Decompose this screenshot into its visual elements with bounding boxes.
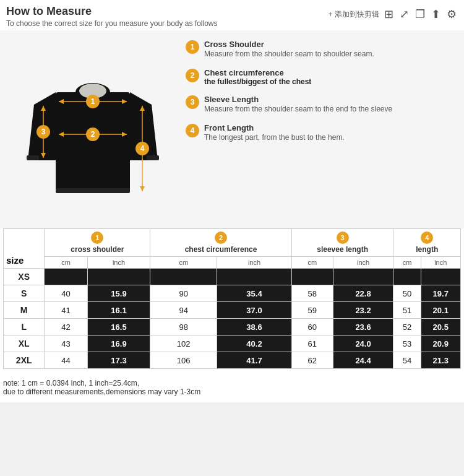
size-label-2XL: 2XL	[4, 352, 45, 369]
svg-text:4: 4	[140, 144, 145, 153]
cell-L-0: 42	[45, 319, 87, 335]
cell-XL-0: 43	[45, 335, 87, 352]
subhead-inch-3: inch	[333, 257, 393, 269]
table-row: XL4316.910240.26124.05320.9	[4, 335, 461, 352]
svg-text:2: 2	[91, 130, 95, 139]
cell-S-1: 15.9	[87, 285, 150, 302]
subhead-inch-4: inch	[421, 257, 461, 269]
subhead-cm-1: cm	[45, 257, 87, 269]
cell-M-0: 41	[45, 302, 87, 319]
cell-XS-0	[45, 269, 87, 285]
badge-3: 3	[337, 232, 349, 244]
instr-title-1: Cross Shoulder	[204, 40, 374, 49]
cell-M-4: 59	[291, 302, 333, 319]
cell-L-4: 60	[291, 319, 333, 335]
instr-bold-2: the fullest/biggest of the chest	[204, 77, 311, 86]
cell-M-7: 20.1	[421, 302, 461, 319]
cell-XS-4	[291, 269, 333, 285]
instr-title-2: Chest circumference	[204, 68, 311, 77]
cell-L-3: 38.6	[217, 319, 292, 335]
svg-text:3: 3	[41, 128, 46, 136]
col-header-length: 4 length	[393, 229, 461, 257]
size-label-M: M	[4, 302, 45, 319]
cell-L-5: 23.6	[333, 319, 393, 335]
table-row: L4216.59838.66023.65220.5	[4, 319, 461, 335]
instr-desc-1: Measure from the shoulder seam to should…	[204, 49, 374, 59]
cell-2XL-2: 106	[150, 352, 217, 369]
cell-XS-2	[150, 269, 217, 285]
col-label-4: length	[416, 245, 438, 254]
subhead-cm-3: cm	[291, 257, 333, 269]
instruction-item-1: 1 Cross Shoulder Measure from the should…	[186, 40, 458, 59]
table-row: XS	[4, 269, 461, 285]
cell-S-5: 22.8	[333, 285, 393, 302]
cell-S-6: 50	[393, 285, 421, 302]
cell-XL-3: 40.2	[217, 335, 292, 352]
instr-desc-3: Measure from the shoulder seam to the en…	[204, 104, 392, 115]
instruction-num-3: 3	[186, 95, 199, 109]
size-label-L: L	[4, 319, 45, 335]
cell-XL-5: 24.0	[333, 335, 393, 352]
sweater-diagram: 1 2 3 4	[6, 37, 179, 222]
instruction-text-4: Front Length The longest part, from the …	[204, 123, 345, 143]
col-header-shoulder: 1 cross shoulder	[45, 229, 150, 257]
badge-4: 4	[421, 232, 433, 244]
instructions-panel: 1 Cross Shoulder Measure from the should…	[186, 37, 458, 222]
instruction-text-3: Sleeve Length Measure from the shoulder …	[204, 95, 392, 115]
cell-XS-3	[217, 269, 292, 285]
col-header-chest: 2 chest circumference	[150, 229, 292, 257]
cell-M-1: 16.1	[87, 302, 150, 319]
svg-text:1: 1	[91, 97, 95, 106]
col-label-3: sleevee length	[317, 245, 368, 254]
table-row: M4116.19437.05923.25120.1	[4, 302, 461, 319]
subhead-inch-1: inch	[87, 257, 150, 269]
table-section: size 1 cross shoulder 2 chest circumfere…	[0, 228, 464, 375]
table-group-header: size 1 cross shoulder 2 chest circumfere…	[4, 229, 461, 257]
size-label-XL: XL	[4, 335, 45, 352]
cell-S-0: 40	[45, 285, 87, 302]
table-row: 2XL4417.310641.76224.45421.3	[4, 352, 461, 369]
instruction-item-2: 2 Chest circumference the fullest/bigges…	[186, 68, 458, 86]
subtitle: To choose the correct size for you measu…	[6, 19, 218, 28]
grid-view-button[interactable]: ⊞	[383, 7, 395, 21]
toolbar: + 添加到快剪辑 ⊞ ⤢ ❐ ⬆ ⚙	[329, 7, 458, 21]
copy-button[interactable]: ❐	[414, 7, 426, 21]
expand-button[interactable]: ⤢	[398, 7, 410, 21]
col-label-1: cross shoulder	[71, 245, 124, 254]
instruction-item-4: 4 Front Length The longest part, from th…	[186, 123, 458, 143]
instruction-num-4: 4	[186, 124, 199, 137]
cell-S-3: 35.4	[217, 285, 292, 302]
share-button[interactable]: ⬆	[430, 7, 442, 21]
subhead-cm-2: cm	[150, 257, 217, 269]
subhead-inch-2: inch	[217, 257, 292, 269]
header-left: How to Measure To choose the correct siz…	[6, 5, 218, 28]
size-table-body: XSS4015.99035.45822.85019.7M4116.19437.0…	[4, 269, 461, 369]
add-to-quickclip-button[interactable]: + 添加到快剪辑	[329, 9, 379, 20]
page-container: How to Measure To choose the correct siz…	[0, 0, 464, 402]
cell-XL-7: 20.9	[421, 335, 461, 352]
svg-rect-6	[27, 155, 39, 160]
cell-L-1: 16.5	[87, 319, 150, 335]
cell-2XL-5: 24.4	[333, 352, 393, 369]
badge-1: 1	[91, 232, 103, 244]
col-header-sleeve: 3 sleevee length	[291, 229, 393, 257]
instruction-text-1: Cross Shoulder Measure from the shoulder…	[204, 40, 374, 59]
settings-button[interactable]: ⚙	[445, 7, 458, 21]
cell-M-3: 37.0	[217, 302, 292, 319]
cell-2XL-3: 41.7	[217, 352, 292, 369]
cell-XL-4: 61	[291, 335, 333, 352]
size-col-header: size	[4, 229, 45, 269]
instr-title-4: Front Length	[204, 123, 345, 132]
cell-S-4: 58	[291, 285, 333, 302]
size-label-XS: XS	[4, 269, 45, 285]
instruction-text-2: Chest circumference the fullest/biggest …	[204, 68, 311, 86]
cell-XL-2: 102	[150, 335, 217, 352]
cell-XS-7	[421, 269, 461, 285]
cell-L-6: 52	[393, 319, 421, 335]
instr-desc-4: The longest part, from the bust to the h…	[204, 132, 345, 143]
cell-2XL-7: 21.3	[421, 352, 461, 369]
table-subheader: cm inch cm inch cm inch cm inch	[4, 257, 461, 269]
cell-S-2: 90	[150, 285, 217, 302]
note-text: note: 1 cm = 0.0394 inch, 1 inch=25.4cm,…	[3, 379, 458, 396]
svg-rect-5	[56, 188, 130, 193]
